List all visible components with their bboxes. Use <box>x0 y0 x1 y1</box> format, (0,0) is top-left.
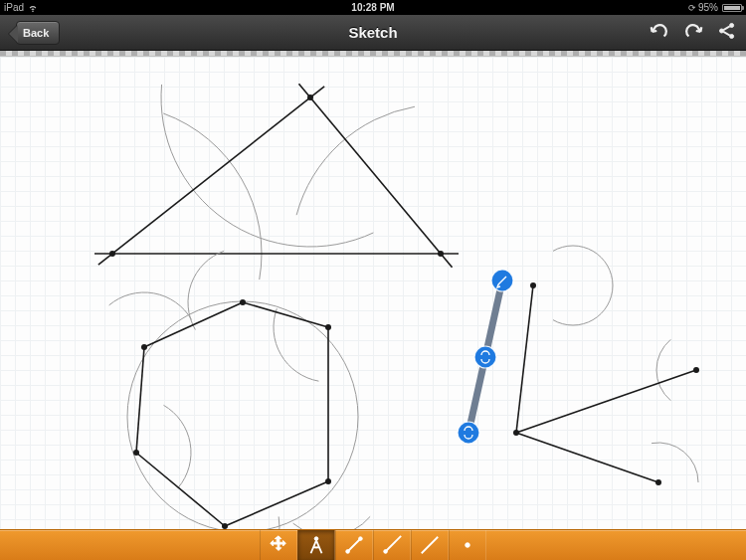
svg-point-6 <box>109 251 115 257</box>
battery-label: 95% <box>698 2 718 13</box>
svg-point-2 <box>730 34 734 38</box>
svg-point-27 <box>530 282 536 288</box>
redo-button[interactable] <box>682 20 704 46</box>
svg-line-5 <box>98 87 324 265</box>
line-tool[interactable] <box>411 530 449 560</box>
point-tool[interactable] <box>449 530 486 560</box>
sketch-canvas[interactable] <box>0 57 746 529</box>
svg-point-7 <box>438 251 444 257</box>
svg-point-40 <box>466 543 470 548</box>
svg-point-19 <box>133 450 139 456</box>
wifi-icon <box>28 3 38 13</box>
move-tool[interactable] <box>260 530 297 560</box>
svg-line-11 <box>144 302 243 347</box>
status-bar: iPad 10:28 PM ⟳ 95% <box>0 0 746 15</box>
svg-point-17 <box>240 299 246 305</box>
svg-line-23 <box>516 285 533 433</box>
ray-tool[interactable] <box>373 530 411 560</box>
battery-icon <box>722 4 742 12</box>
share-button[interactable] <box>716 20 738 46</box>
svg-point-21 <box>325 478 331 484</box>
svg-line-14 <box>225 481 328 526</box>
svg-line-4 <box>298 84 452 268</box>
svg-point-1 <box>730 23 734 27</box>
svg-line-24 <box>516 433 658 482</box>
orientation-lock-icon: ⟳ <box>688 3 696 13</box>
svg-point-18 <box>141 344 147 350</box>
svg-line-22 <box>516 370 696 433</box>
back-button[interactable]: Back <box>16 21 60 45</box>
tool-toolbar <box>0 529 746 560</box>
svg-point-25 <box>513 430 519 436</box>
svg-point-16 <box>325 324 331 330</box>
svg-point-28 <box>655 479 661 485</box>
svg-point-26 <box>693 367 699 373</box>
svg-point-9 <box>127 301 358 529</box>
svg-point-0 <box>719 28 723 32</box>
clock: 10:28 PM <box>351 2 394 13</box>
page-title: Sketch <box>348 24 397 41</box>
svg-point-8 <box>307 94 313 100</box>
svg-point-36 <box>314 537 318 541</box>
svg-line-10 <box>243 302 328 327</box>
segment-tool[interactable] <box>335 530 373 560</box>
nav-bar: Back Sketch <box>0 15 746 51</box>
compass-tool[interactable] <box>297 530 335 560</box>
undo-button[interactable] <box>649 20 670 46</box>
svg-line-13 <box>136 453 225 526</box>
device-label: iPad <box>4 2 24 13</box>
